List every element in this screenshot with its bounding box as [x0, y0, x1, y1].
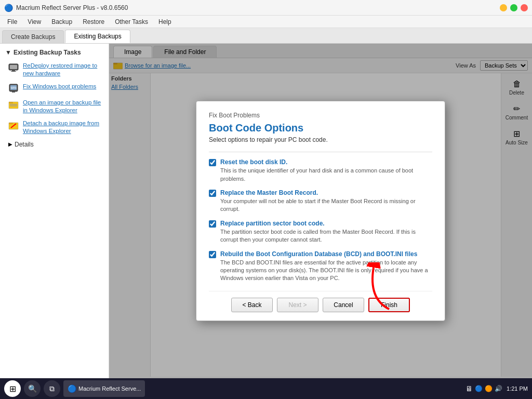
modal-subtitle: Select options to repair your PC boot co…: [209, 136, 432, 143]
option-row-2: Replace the Master Boot Record. Your com…: [209, 189, 432, 214]
menu-restore[interactable]: Restore: [77, 17, 110, 26]
modal-buttons: < Back Next > Cancel Finish: [209, 291, 432, 312]
detach-icon: [8, 120, 19, 130]
taskbar-app-macrium[interactable]: 🔵 Macrium Reflect Serve...: [63, 380, 145, 397]
sidebar-arrow-icon: ▼: [5, 49, 11, 56]
tab-create-backups[interactable]: Create Backups: [2, 30, 64, 43]
option-checkbox-1[interactable]: [209, 159, 216, 166]
sidebar-item-explorer-label: Open an image or backup file in Windows …: [23, 99, 103, 114]
svg-rect-10: [10, 104, 17, 105]
maximize-button[interactable]: [510, 4, 517, 11]
details-arrow-icon: ▶: [8, 141, 12, 147]
option-checkbox-3[interactable]: [209, 220, 216, 228]
svg-rect-7: [12, 91, 15, 92]
tray-sound-icon[interactable]: 🔊: [495, 385, 502, 392]
svg-text:WIN: WIN: [10, 86, 17, 89]
app-icon: 🔵: [4, 4, 13, 12]
svg-rect-3: [11, 71, 16, 72]
close-button[interactable]: [521, 4, 528, 11]
content-area: Image File and Folder Browse for an imag…: [109, 44, 532, 378]
option-checkbox-4[interactable]: [209, 251, 216, 258]
option-desc-3: The partition sector boot code is called…: [220, 228, 432, 244]
search-button[interactable]: 🔍: [24, 380, 41, 397]
minimize-button[interactable]: [500, 4, 507, 11]
start-button[interactable]: ⊞: [4, 380, 21, 397]
taskbar-time: 1:21 PM: [507, 385, 528, 392]
sidebar-item-explorer[interactable]: Open an image or backup file in Windows …: [0, 96, 109, 117]
tray-icons: 🖥 🔵 🟠 🔊: [466, 384, 502, 393]
option-row-3: Replace partition sector boot code. The …: [209, 220, 432, 244]
svg-rect-11: [10, 105, 17, 107]
menu-view[interactable]: View: [22, 17, 46, 26]
sidebar-details[interactable]: ▶ Details: [0, 138, 109, 151]
svg-rect-9: [9, 102, 13, 103]
app-title: Macrium Reflect Server Plus - v8.0.6560: [16, 4, 128, 11]
modal-small-title: Fix Boot Problems: [209, 112, 432, 119]
option-desc-4: The BCD and BOOT.INI files are essential…: [220, 259, 432, 283]
option-checkbox-2[interactable]: [209, 190, 216, 197]
svg-rect-1: [10, 65, 17, 69]
cancel-button[interactable]: Cancel: [323, 298, 364, 312]
sidebar-item-detach[interactable]: Detach a backup image from Windows Explo…: [0, 117, 109, 138]
tray-icon-3[interactable]: 🟠: [485, 385, 493, 392]
sidebar-item-redeploy[interactable]: ReDeploy restored image to new hardware: [0, 59, 109, 80]
menu-help[interactable]: Help: [153, 17, 177, 26]
option-desc-1: This is the unique identifier of your ha…: [220, 167, 432, 183]
finish-button[interactable]: Finish: [368, 298, 410, 312]
option-content-2: Replace the Master Boot Record. Your com…: [220, 189, 432, 214]
sidebar-item-boot[interactable]: WIN Fix Windows boot problems: [0, 80, 109, 96]
option-content-4: Rebuild the Boot Configuration Database …: [220, 250, 432, 283]
main-tab-bar: Create Backups Existing Backups: [0, 28, 532, 44]
next-button[interactable]: Next >: [277, 298, 318, 312]
title-bar: 🔵 Macrium Reflect Server Plus - v8.0.656…: [0, 0, 532, 16]
redeploy-icon: [8, 62, 19, 73]
sidebar: ▼ Existing Backup Tasks ReDeploy restore…: [0, 44, 109, 378]
menu-other-tasks[interactable]: Other Tasks: [110, 17, 153, 26]
explorer-icon: [8, 99, 19, 110]
menu-backup[interactable]: Backup: [46, 17, 77, 26]
window-controls: [500, 4, 528, 11]
modal-dialog: Fix Boot Problems Boot Code Options Sele…: [196, 101, 445, 321]
back-button[interactable]: < Back: [231, 298, 273, 312]
sidebar-item-detach-label: Detach a backup image from Windows Explo…: [23, 119, 103, 135]
svg-rect-2: [12, 70, 15, 71]
option-desc-2: Your computer will not be able to start …: [220, 197, 432, 214]
boot-icon: WIN: [8, 83, 19, 94]
option-title-3: Replace partition sector boot code.: [220, 220, 432, 227]
option-row-1: Reset the boot disk ID. This is the uniq…: [209, 158, 432, 183]
modal-overlay: Fix Boot Problems Boot Code Options Sele…: [109, 44, 532, 378]
sidebar-section-title: ▼ Existing Backup Tasks: [0, 46, 109, 59]
task-view-button[interactable]: ⧉: [44, 380, 60, 397]
modal-large-title: Boot Code Options: [209, 122, 432, 134]
tray-network-icon[interactable]: 🖥: [466, 384, 473, 393]
sidebar-item-redeploy-label: ReDeploy restored image to new hardware: [23, 62, 103, 77]
option-row-4: Rebuild the Boot Configuration Database …: [209, 250, 432, 283]
svg-rect-13: [9, 123, 13, 124]
main-layout: ▼ Existing Backup Tasks ReDeploy restore…: [0, 44, 532, 378]
option-title-1: Reset the boot disk ID.: [220, 158, 432, 166]
option-content-3: Replace partition sector boot code. The …: [220, 220, 432, 244]
option-title-2: Replace the Master Boot Record.: [220, 189, 432, 196]
tray-icon-2[interactable]: 🔵: [475, 385, 483, 392]
taskbar-app-icon: 🔵: [68, 384, 76, 393]
taskbar: ⊞ 🔍 ⧉ 🔵 Macrium Reflect Serve... 🖥 🔵 🟠 🔊…: [0, 378, 532, 399]
menu-bar: File View Backup Restore Other Tasks Hel…: [0, 16, 532, 28]
taskbar-left: ⊞ 🔍 ⧉ 🔵 Macrium Reflect Serve...: [4, 380, 145, 397]
details-label: Details: [15, 141, 34, 148]
tab-existing-backups[interactable]: Existing Backups: [65, 30, 130, 43]
sidebar-item-boot-label: Fix Windows boot problems: [23, 83, 96, 90]
option-title-4: Rebuild the Boot Configuration Database …: [220, 250, 432, 258]
option-content-1: Reset the boot disk ID. This is the uniq…: [220, 158, 432, 183]
taskbar-right: 🖥 🔵 🟠 🔊 1:21 PM: [466, 384, 528, 393]
menu-file[interactable]: File: [2, 17, 22, 26]
taskbar-app-label: Macrium Reflect Serve...: [78, 385, 141, 392]
